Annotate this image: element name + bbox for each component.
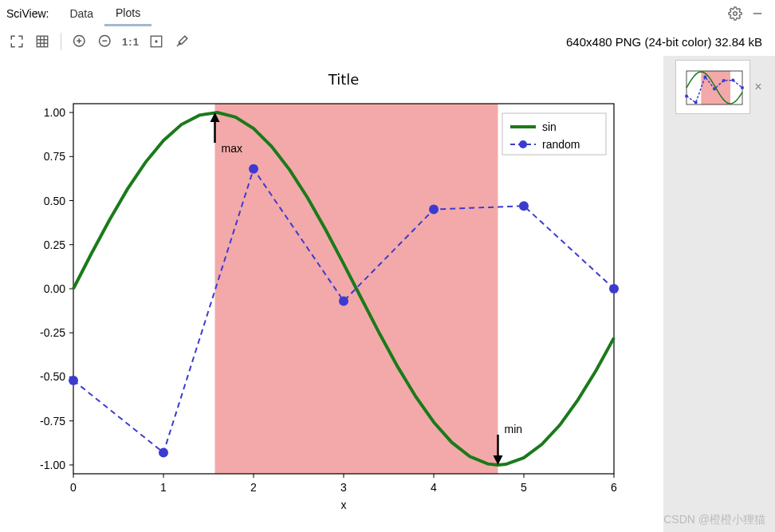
svg-text:0: 0 [70,481,77,494]
plot-canvas[interactable]: Title0123456x-1.00-0.75-0.50-0.250.000.2… [3,62,644,517]
svg-point-56 [609,284,619,294]
svg-point-50 [69,376,78,385]
svg-point-73 [704,75,707,78]
tab-data[interactable]: Data [58,2,104,25]
svg-point-72 [694,101,698,104]
minimize-icon[interactable] [746,2,769,25]
svg-point-76 [732,79,735,82]
svg-text:0.75: 0.75 [44,150,65,163]
svg-text:4: 4 [431,481,437,494]
svg-text:-0.75: -0.75 [40,415,65,428]
fullscreen-icon[interactable] [144,30,168,53]
svg-point-67 [519,140,527,148]
svg-rect-2 [37,36,48,47]
svg-text:3: 3 [340,481,347,494]
svg-text:Title: Title [328,71,360,88]
fit-icon[interactable] [5,30,29,53]
svg-text:sin: sin [542,120,557,133]
gear-icon[interactable] [724,2,746,25]
svg-text:x: x [341,499,347,511]
zoom-out-icon[interactable] [93,30,117,53]
svg-point-52 [249,164,258,174]
svg-point-74 [713,87,716,90]
svg-text:0.00: 0.00 [44,282,65,295]
svg-point-77 [741,86,744,89]
svg-text:random: random [542,138,580,151]
svg-text:1.00: 1.00 [44,106,65,119]
separator [61,33,61,50]
svg-text:0.25: 0.25 [44,238,65,251]
svg-point-55 [519,201,529,211]
svg-point-71 [685,94,688,97]
zoom-in-icon[interactable] [68,30,92,53]
svg-text:min: min [505,423,523,435]
svg-text:1: 1 [160,481,167,494]
svg-text:2: 2 [250,481,257,494]
thumbnail-panel: × [663,56,775,532]
svg-text:5: 5 [521,481,527,494]
svg-point-13 [155,41,157,42]
color-picker-icon[interactable] [170,30,194,53]
sciview-label: SciView: [6,7,49,20]
one-to-one-button[interactable]: 1:1 [119,36,143,48]
svg-text:max: max [222,142,242,155]
svg-point-54 [429,205,439,215]
svg-text:-0.50: -0.50 [40,370,65,383]
svg-point-75 [722,79,726,82]
svg-text:-0.25: -0.25 [40,326,65,339]
svg-text:6: 6 [611,481,617,494]
svg-point-0 [734,12,738,16]
svg-point-53 [339,296,348,305]
svg-text:0.50: 0.50 [44,195,65,207]
svg-text:-1.00: -1.00 [40,459,65,471]
plot-thumbnail[interactable] [676,61,749,113]
image-status: 640x480 PNG (24-bit color) 32.84 kB [195,35,770,49]
close-icon[interactable]: × [754,80,761,94]
tab-plots[interactable]: Plots [104,2,151,26]
svg-point-51 [159,447,168,457]
grid-icon[interactable] [30,30,54,53]
